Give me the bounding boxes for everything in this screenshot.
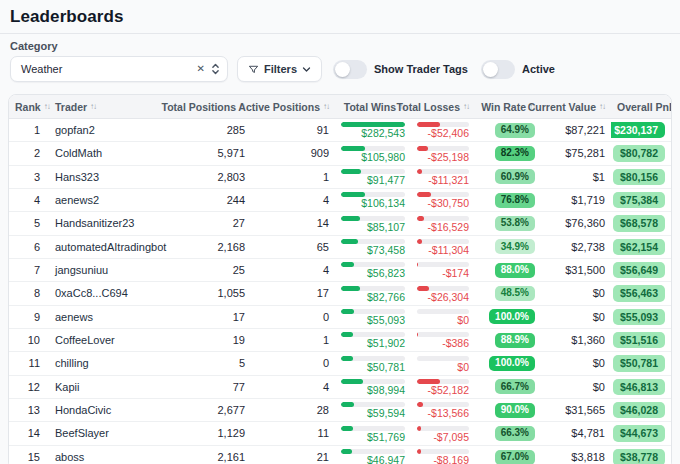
column-header-total-losses[interactable]: Total Losses↑↓ — [411, 101, 475, 113]
win-rate-badge: 64.9% — [495, 123, 535, 138]
trader-cell: jangsuniuu — [49, 264, 179, 276]
win-rate-cell: 66.3% — [475, 426, 541, 441]
total-positions-cell: 17 — [179, 311, 251, 323]
table-row: 13HondaCivic2,67728$59,594-$13,56690.0%$… — [9, 399, 671, 422]
total-losses-cell: -$13,566 — [411, 400, 475, 420]
wins-amount: $98,994 — [341, 385, 405, 397]
total-positions-cell: 285 — [179, 124, 251, 136]
trader-link[interactable]: aenews — [55, 311, 93, 323]
trader-cell: HondaCivic — [49, 404, 179, 416]
column-header-label: Total Wins — [344, 101, 396, 113]
overall-pnl-cell: $55,093 — [611, 309, 671, 326]
category-combobox[interactable]: Weather ✕ — [10, 56, 228, 82]
active-positions-cell: 0 — [251, 311, 335, 323]
filters-button[interactable]: Filters — [237, 56, 322, 82]
page-title: Leaderboards — [10, 7, 670, 27]
filters-button-label: Filters — [264, 63, 297, 75]
overall-pnl-cell: $80,782 — [611, 145, 671, 162]
win-rate-cell: 67.0% — [475, 450, 541, 464]
overall-pnl-badge: $46,813 — [613, 379, 665, 396]
win-rate-badge: 82.3% — [495, 146, 535, 161]
column-header-active-positions[interactable]: Active Positions↑↓ — [251, 101, 335, 113]
wins-amount: $59,594 — [341, 408, 405, 420]
trader-link[interactable]: HondaCivic — [55, 404, 111, 416]
column-header-label: Active Positions — [238, 101, 320, 113]
active-positions-cell: 21 — [251, 451, 335, 463]
total-wins-cell: $51,902 — [335, 330, 411, 350]
overall-pnl-cell: $51,516 — [611, 332, 671, 349]
trader-link[interactable]: automatedAItradingbot — [55, 241, 166, 253]
losses-bar — [417, 426, 469, 431]
table-row: 15aboss2,16121$46,947-$8,16967.0%$3,818$… — [9, 446, 671, 464]
win-rate-badge: 53.8% — [495, 216, 535, 231]
clear-icon[interactable]: ✕ — [197, 64, 205, 74]
column-header-rank[interactable]: Rank↑↓ — [9, 101, 49, 113]
column-header-overall-pnl[interactable]: Overall PnL↑↓ — [611, 101, 672, 113]
overall-pnl-badge: $68,578 — [613, 215, 665, 232]
active-positions-cell: 28 — [251, 404, 335, 416]
overall-pnl-badge: $51,516 — [613, 332, 665, 349]
rank-cell: 15 — [9, 451, 49, 463]
wins-amount: $105,980 — [341, 152, 405, 164]
overall-pnl-badge: $80,156 — [613, 169, 665, 186]
active-positions-cell: 0 — [251, 357, 335, 369]
trader-link[interactable]: 0xaCc8...C694 — [55, 287, 128, 299]
trader-link[interactable]: Kapii — [55, 381, 79, 393]
trader-link[interactable]: BeefSlayer — [55, 427, 109, 439]
current-value-cell: $75,281 — [541, 147, 611, 159]
current-value-cell: $0 — [541, 357, 611, 369]
rank-cell: 10 — [9, 334, 49, 346]
rank-cell: 9 — [9, 311, 49, 323]
trader-cell: Kapii — [49, 381, 179, 393]
sort-icon[interactable]: ↑↓ — [90, 102, 96, 111]
win-rate-badge: 66.7% — [495, 379, 535, 394]
win-rate-badge: 88.9% — [495, 333, 535, 348]
controls-section: Category Weather ✕ — [0, 34, 680, 82]
overall-pnl-badge: $56,649 — [613, 262, 665, 279]
toggle-active[interactable] — [481, 60, 515, 79]
toggle-group: Show Trader TagsActive — [333, 60, 561, 79]
sort-icon[interactable]: ↑↓ — [463, 102, 469, 111]
toggle-show-trader-tags[interactable] — [333, 60, 367, 79]
trader-link[interactable]: CoffeeLover — [55, 334, 115, 346]
table-row: 3Hans3232,8031$91,477-$11,32160.9%$1$80,… — [9, 166, 671, 189]
sort-icon[interactable]: ↑↓ — [599, 102, 605, 111]
current-value-cell: $0 — [541, 311, 611, 323]
win-rate-badge: 88.0% — [495, 263, 535, 278]
trader-link[interactable]: aboss — [55, 451, 84, 463]
up-down-chevrons-icon[interactable] — [211, 62, 220, 76]
toggle-label: Active — [522, 63, 555, 75]
trader-link[interactable]: Handsanitizer23 — [55, 217, 135, 229]
table-row: 11chilling50$50,781$0100.0%$0$50,781 — [9, 352, 671, 375]
column-header-current-value[interactable]: Current Value↑↓ — [541, 101, 611, 113]
trader-cell: CoffeeLover — [49, 334, 179, 346]
rank-cell: 12 — [9, 381, 49, 393]
sort-icon[interactable]: ↑↓ — [323, 102, 329, 111]
wins-amount: $51,769 — [341, 432, 405, 444]
losses-bar — [417, 146, 469, 151]
rank-cell: 11 — [9, 357, 49, 369]
total-positions-cell: 19 — [179, 334, 251, 346]
losses-amount: $0 — [417, 362, 469, 374]
win-rate-cell: 88.0% — [475, 263, 541, 278]
active-positions-cell: 14 — [251, 217, 335, 229]
overall-pnl-cell: $56,463 — [611, 285, 671, 302]
toggle-knob — [335, 62, 350, 77]
win-rate-badge: 60.9% — [495, 169, 535, 184]
trader-link[interactable]: chilling — [55, 357, 89, 369]
rank-cell: 5 — [9, 217, 49, 229]
table-row: 80xaCc8...C6941,05517$82,766-$26,30448.5… — [9, 282, 671, 305]
active-positions-cell: 1 — [251, 334, 335, 346]
active-positions-cell: 909 — [251, 147, 335, 159]
current-value-cell: $1,719 — [541, 194, 611, 206]
trader-link[interactable]: jangsuniuu — [55, 264, 108, 276]
total-wins-cell: $98,994 — [335, 377, 411, 397]
trader-link[interactable]: Hans323 — [55, 171, 99, 183]
trader-link[interactable]: ColdMath — [55, 147, 102, 159]
total-positions-cell: 2,677 — [179, 404, 251, 416]
losses-amount: -$8,169 — [417, 455, 469, 464]
trader-link[interactable]: gopfan2 — [55, 124, 95, 136]
overall-pnl-cell: $62,154 — [611, 239, 671, 256]
column-header-trader[interactable]: Trader↑↓ — [49, 101, 179, 113]
trader-link[interactable]: aenews2 — [55, 194, 99, 206]
